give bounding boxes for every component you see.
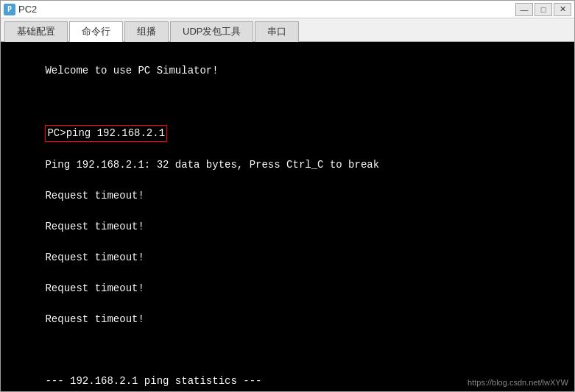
title-left: P PC2	[4, 4, 37, 15]
terminal-output: Welcome to use PC Simulator! PC>ping 192…	[8, 48, 567, 391]
window-controls: — □ ✕	[515, 3, 571, 16]
window-icon: P	[4, 4, 15, 15]
tab-serial[interactable]: 串口	[255, 21, 299, 42]
tab-bar: 基础配置 命令行 组播 UDP发包工具 串口	[1, 18, 574, 42]
minimize-button[interactable]: —	[515, 3, 533, 16]
title-bar: P PC2 — □ ✕	[1, 1, 574, 18]
watermark: https://blog.csdn.net/lwXYW	[468, 378, 568, 387]
tab-udp-tool[interactable]: UDP发包工具	[170, 21, 253, 42]
window-title: PC2	[18, 4, 37, 15]
main-window: P PC2 — □ ✕ 基础配置 命令行 组播 UDP发包工具 串口 Welco…	[0, 0, 575, 392]
command-highlight: PC>ping 192.168.2.1	[45, 125, 167, 142]
tab-multicast[interactable]: 组播	[124, 21, 169, 42]
tab-basic-config[interactable]: 基础配置	[4, 21, 68, 42]
terminal-container[interactable]: Welcome to use PC Simulator! PC>ping 192…	[1, 42, 574, 391]
maximize-button[interactable]: □	[535, 3, 552, 16]
tab-command-line[interactable]: 命令行	[69, 21, 123, 42]
close-button[interactable]: ✕	[554, 3, 571, 16]
